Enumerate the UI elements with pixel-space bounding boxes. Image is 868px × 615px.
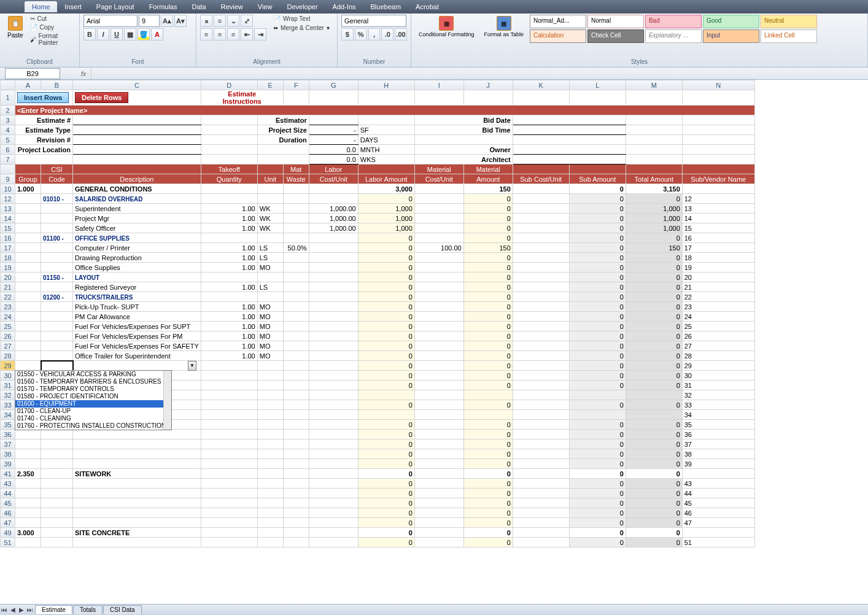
row-header[interactable]: 27 (1, 341, 15, 351)
sheet-tab-estimate[interactable]: Estimate (35, 605, 72, 614)
col-header-K[interactable]: K (513, 80, 569, 90)
font-size-combo[interactable]: 9 (139, 15, 160, 27)
format-as-table-button[interactable]: ▦ Format as Table (481, 15, 527, 58)
ribbon-tab-page-layout[interactable]: Page Layout (89, 1, 142, 12)
project-name-cell[interactable]: <Enter Project Name> (15, 106, 755, 115)
dropdown-option[interactable]: 01760 - PROTECTING INSTALLED CONSTRUCTIO… (15, 422, 171, 430)
dropdown-option[interactable]: 01740 - CLEANING (15, 415, 171, 422)
col-header-F[interactable]: F (283, 80, 309, 90)
orientation-button[interactable]: ⤢ (241, 15, 253, 27)
paste-button[interactable]: 📋 Paste (4, 15, 27, 58)
row-header[interactable]: 31 (1, 381, 15, 390)
ribbon-tab-acrobat[interactable]: Acrobat (408, 1, 446, 12)
copy-button[interactable]: 📄 Copy (29, 23, 76, 31)
currency-button[interactable]: $ (341, 28, 354, 41)
align-left-button[interactable]: ≡ (200, 28, 212, 41)
col-header-A[interactable]: A (15, 80, 41, 90)
active-cell[interactable] (41, 361, 73, 371)
tab-nav-first[interactable]: ⏮ (0, 606, 9, 613)
tab-nav-next[interactable]: ▶ (17, 606, 26, 613)
row-header[interactable]: 37 (1, 439, 15, 449)
underline-button[interactable]: U (110, 28, 123, 41)
ribbon-tab-home[interactable]: Home (25, 1, 57, 12)
number-format-combo[interactable]: General (341, 15, 406, 27)
col-header-D[interactable]: D (201, 80, 257, 90)
dropdown-option[interactable]: 01600 - EQUIPMENT (15, 400, 171, 408)
row-header[interactable]: 18 (1, 253, 15, 263)
row-header[interactable]: 49 (1, 528, 15, 538)
row-header[interactable]: 24 (1, 312, 15, 322)
format-painter-button[interactable]: 🖌 Format Painter (29, 32, 76, 47)
style-calculation[interactable]: Calculation (530, 29, 586, 43)
ribbon-tab-formulas[interactable]: Formulas (142, 1, 185, 12)
align-center-button[interactable]: ≡ (214, 28, 226, 41)
worksheet-grid[interactable]: ABCDEFGHIJKLMN1Insert RowsDelete RowsEst… (0, 80, 868, 547)
row-header[interactable]: 39 (1, 459, 15, 469)
row-header[interactable]: 23 (1, 302, 15, 312)
col-header-M[interactable]: M (626, 80, 682, 90)
ribbon-tab-review[interactable]: Review (214, 1, 250, 12)
style-neutral[interactable]: Neutral (761, 15, 817, 28)
row-header[interactable]: 35 (1, 420, 15, 430)
row-header[interactable]: 38 (1, 449, 15, 459)
dropdown-option[interactable]: 01570 - TEMPORARY CONTROLS (15, 385, 171, 393)
sheet-tab-totals[interactable]: Totals (73, 605, 103, 614)
row-header[interactable]: 32 (1, 390, 15, 400)
tab-nav-last[interactable]: ⏭ (26, 606, 34, 613)
fill-color-button[interactable]: 🪣 (138, 28, 150, 41)
row-header[interactable]: 26 (1, 331, 15, 341)
row-header[interactable]: 16 (1, 233, 15, 243)
col-header-H[interactable]: H (358, 80, 414, 90)
style-explanatory[interactable]: Explanatory … (645, 29, 702, 43)
wrap-text-button[interactable]: 📄 Wrap Text (273, 15, 330, 23)
row-header[interactable]: 41 (1, 469, 15, 479)
align-middle-button[interactable]: ≡ (214, 15, 226, 27)
col-header-N[interactable]: N (682, 80, 754, 90)
ribbon-tab-data[interactable]: Data (184, 1, 213, 12)
ribbon-tab-bluebeam[interactable]: Bluebeam (363, 1, 409, 12)
dropdown-option[interactable]: 01550 - VEHICULAR ACCESS & PARKING (15, 371, 171, 378)
style-bad[interactable]: Bad (645, 15, 702, 28)
style-normal[interactable]: Normal (587, 15, 644, 28)
row-header[interactable]: 51 (1, 538, 15, 547)
font-name-combo[interactable]: Arial (83, 15, 138, 27)
row-header[interactable]: 36 (1, 430, 15, 439)
row-header[interactable]: 44 (1, 489, 15, 498)
dropdown-scrollbar[interactable] (163, 371, 171, 430)
align-right-button[interactable]: ≡ (227, 28, 239, 41)
style-normalad[interactable]: Normal_Ad... (530, 15, 586, 28)
row-header[interactable]: 12 (1, 194, 15, 204)
estimate-instructions-link[interactable]: EstimateInstructions (201, 90, 283, 106)
dropdown-option[interactable]: 01560 - TEMPORARY BARRIERS & ENCLOSURES (15, 378, 171, 385)
align-bottom-button[interactable]: ⌄ (227, 15, 239, 27)
row-header[interactable]: 29 (1, 361, 15, 371)
fx-icon[interactable]: fx (79, 70, 88, 77)
comma-button[interactable]: , (368, 28, 381, 41)
row-header[interactable]: 17 (1, 243, 15, 253)
col-header-J[interactable]: J (463, 80, 513, 90)
cell-styles-gallery[interactable]: Normal_Ad...NormalBadGoodNeutralCalculat… (530, 15, 817, 58)
bold-button[interactable]: B (83, 28, 96, 41)
ribbon-tab-view[interactable]: View (250, 1, 280, 12)
sheet-tab-csi-data[interactable]: CSI Data (103, 605, 142, 614)
row-header[interactable]: 47 (1, 518, 15, 528)
increase-indent-button[interactable]: ⇥ (254, 28, 266, 41)
row-header[interactable]: 14 (1, 214, 15, 223)
name-box[interactable] (5, 68, 60, 79)
font-color-button[interactable]: A (151, 28, 163, 41)
dropdown-option[interactable]: 01580 - PROJECT IDENTIFICATION (15, 393, 171, 400)
row-header[interactable]: 20 (1, 273, 15, 282)
col-header-G[interactable]: G (309, 80, 358, 90)
row-header[interactable]: 34 (1, 410, 15, 420)
merge-center-button[interactable]: ⬌ Merge & Center ▾ (273, 24, 330, 32)
row-header[interactable]: 19 (1, 263, 15, 273)
row-header[interactable]: 15 (1, 223, 15, 233)
dropdown-arrow-button[interactable]: ▼ (188, 361, 196, 371)
col-header-C[interactable]: C (73, 80, 201, 90)
col-header-L[interactable]: L (569, 80, 626, 90)
row-header[interactable]: 22 (1, 292, 15, 302)
dropdown-option[interactable]: 01700 - CLEAN-UP (15, 408, 171, 415)
style-good[interactable]: Good (703, 15, 759, 28)
row-header[interactable]: 46 (1, 508, 15, 518)
conditional-formatting-button[interactable]: ▦ Conditional Formatting (415, 15, 478, 58)
